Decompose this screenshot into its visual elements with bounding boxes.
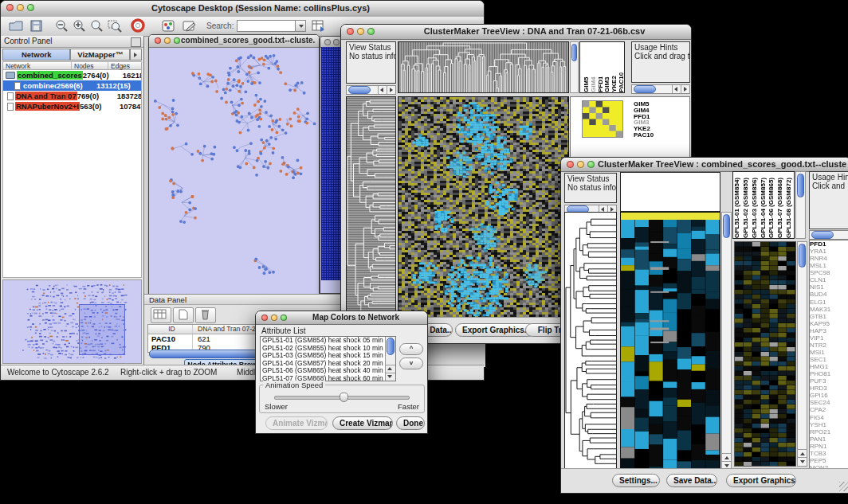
network-list-row[interactable]: DNA and Tran 07 769(0) 183728(0) bbox=[3, 91, 141, 101]
column-labels-vscrollbar[interactable] bbox=[795, 171, 806, 239]
heatmap-vscrollbar[interactable] bbox=[721, 212, 732, 471]
zoom-fit-icon[interactable] bbox=[88, 18, 106, 33]
column-dendrogram[interactable] bbox=[398, 41, 569, 93]
gene-label[interactable]: KAP95 bbox=[810, 320, 848, 327]
new-attribute-icon[interactable] bbox=[173, 307, 194, 323]
gene-label[interactable]: GPI16 bbox=[810, 392, 848, 399]
zoom-out-icon[interactable] bbox=[53, 18, 71, 33]
close-button[interactable] bbox=[324, 39, 331, 45]
scroll-thumb[interactable] bbox=[799, 244, 806, 268]
resize-grip[interactable] bbox=[839, 482, 848, 491]
scroll-right-arrow[interactable] bbox=[387, 86, 395, 94]
help-lifebuoy-icon[interactable] bbox=[130, 18, 147, 33]
gene-label[interactable]: GTB1 bbox=[810, 313, 848, 320]
delete-attribute-icon[interactable] bbox=[195, 307, 216, 323]
scroll-down-arrow[interactable] bbox=[386, 373, 395, 381]
close-button[interactable] bbox=[261, 315, 268, 321]
gene-label[interactable]: ELG1 bbox=[810, 299, 848, 306]
zoom-button[interactable] bbox=[367, 28, 375, 35]
gene-label[interactable]: TCB3 bbox=[810, 450, 848, 457]
zoom-selected-icon[interactable] bbox=[106, 18, 124, 33]
close-button[interactable] bbox=[347, 28, 354, 35]
scroll-thumb[interactable] bbox=[387, 338, 395, 355]
gene-label[interactable]: VIP1 bbox=[810, 334, 848, 342]
network-list-row[interactable]: combined_scores 2764(0) 16218(0) bbox=[3, 70, 141, 80]
usage-hints-scrollbar[interactable] bbox=[809, 230, 848, 240]
minimize-button[interactable] bbox=[164, 37, 171, 44]
move-up-button[interactable]: ^ bbox=[399, 343, 423, 355]
gene-label[interactable]: PEP5 bbox=[810, 457, 848, 464]
view-status-scrollbar[interactable] bbox=[346, 85, 396, 95]
gene-label[interactable]: YRA1 bbox=[810, 248, 848, 255]
gene-label[interactable]: CLN1 bbox=[810, 276, 848, 283]
gene-label[interactable]: MSL1 bbox=[810, 262, 848, 269]
row-dendrogram[interactable] bbox=[346, 96, 396, 319]
scroll-thumb[interactable] bbox=[811, 231, 834, 239]
gene-label[interactable]: PAC10 bbox=[634, 132, 654, 139]
gene-label[interactable]: HAP3 bbox=[810, 327, 848, 334]
open-file-icon[interactable] bbox=[7, 18, 25, 33]
annotation-icon[interactable] bbox=[181, 18, 198, 33]
gene-label[interactable]: PUF3 bbox=[810, 377, 848, 385]
zoom-button[interactable] bbox=[174, 37, 180, 44]
network-overview-panel[interactable] bbox=[2, 279, 142, 364]
scroll-thumb[interactable] bbox=[797, 174, 804, 197]
close-button[interactable] bbox=[6, 4, 14, 11]
tab-vizmapper[interactable]: VizMapper™ bbox=[70, 49, 130, 61]
zoom-button[interactable] bbox=[27, 4, 34, 11]
gene-label[interactable]: PFD1 bbox=[810, 240, 848, 248]
done-button[interactable]: Done bbox=[396, 416, 425, 430]
search-input[interactable] bbox=[237, 20, 296, 32]
treeview-combined-titlebar[interactable]: ClusterMaker TreeView : combined_scores_… bbox=[561, 158, 848, 172]
heatmap-main[interactable] bbox=[398, 96, 569, 319]
gene-label[interactable]: HRD3 bbox=[810, 385, 848, 392]
attribute-select-icon[interactable] bbox=[151, 307, 171, 323]
minimize-button[interactable] bbox=[17, 4, 24, 11]
scroll-thumb[interactable] bbox=[571, 44, 577, 61]
gene-label[interactable]: YSH1 bbox=[810, 421, 848, 428]
treeview-dna-titlebar[interactable]: ClusterMaker TreeView : DNA and Tran 07-… bbox=[341, 25, 691, 40]
gene-label[interactable]: RPO21 bbox=[810, 428, 848, 436]
scroll-down-arrow[interactable] bbox=[798, 457, 807, 466]
scroll-left-arrow[interactable] bbox=[672, 85, 681, 93]
scroll-right-arrow[interactable] bbox=[681, 85, 689, 93]
gene-label[interactable]: RNR4 bbox=[810, 255, 848, 262]
slider-thumb[interactable] bbox=[340, 393, 348, 402]
create-vizmap-button[interactable]: Create Vizmap bbox=[332, 416, 393, 430]
gene-label[interactable]: RPN1 bbox=[810, 443, 848, 450]
global-view-vscrollbar[interactable] bbox=[797, 241, 807, 467]
table-export-icon[interactable] bbox=[310, 18, 328, 33]
zoom-button[interactable] bbox=[281, 315, 287, 321]
close-button[interactable] bbox=[567, 161, 574, 168]
global-heatmap-thumbnail[interactable] bbox=[582, 100, 623, 138]
close-button[interactable] bbox=[155, 37, 161, 44]
float-panel-icon[interactable] bbox=[131, 37, 141, 47]
gene-label[interactable]: PAN1 bbox=[810, 436, 848, 443]
row-dendrogram[interactable] bbox=[564, 212, 617, 471]
minimize-button[interactable] bbox=[333, 39, 340, 45]
attribute-list-vscrollbar[interactable] bbox=[385, 337, 395, 381]
usage-hints-scrollbar[interactable] bbox=[631, 84, 690, 94]
scroll-thumb[interactable] bbox=[634, 85, 656, 93]
global-heatmap-thumbnail[interactable] bbox=[734, 241, 796, 467]
save-data-button[interactable]: Save Data... bbox=[666, 474, 717, 487]
network-graph-canvas[interactable] bbox=[149, 47, 319, 296]
zoom-in-icon[interactable] bbox=[71, 18, 88, 33]
tab-overflow-arrow[interactable] bbox=[130, 49, 142, 61]
network-view-titlebar[interactable]: combined_scores_good.txt--cluste... bbox=[149, 35, 319, 48]
minimize-button[interactable] bbox=[577, 161, 584, 168]
gene-label[interactable]: NIS1 bbox=[810, 283, 848, 291]
gene-label[interactable]: SEC1 bbox=[810, 356, 848, 363]
heatmap-main[interactable] bbox=[620, 212, 720, 471]
settings-button[interactable]: Settings... bbox=[612, 474, 660, 487]
gene-label[interactable]: CPA2 bbox=[810, 406, 848, 413]
animate-vizmap-button[interactable]: Animate Vizmap bbox=[265, 416, 328, 430]
minimize-button[interactable] bbox=[271, 315, 277, 321]
export-graphics-button[interactable]: Export Graphics... bbox=[455, 323, 535, 337]
minimize-button[interactable] bbox=[357, 28, 364, 35]
overview-viewport-rect[interactable] bbox=[79, 304, 125, 355]
gene-label[interactable]: SEC24 bbox=[810, 399, 848, 406]
gene-label[interactable]: SPC98 bbox=[810, 269, 848, 276]
network-list-row[interactable]: combined_sco 2569(6) 13112(15) bbox=[3, 80, 141, 91]
gene-label[interactable]: MSI1 bbox=[810, 349, 848, 356]
